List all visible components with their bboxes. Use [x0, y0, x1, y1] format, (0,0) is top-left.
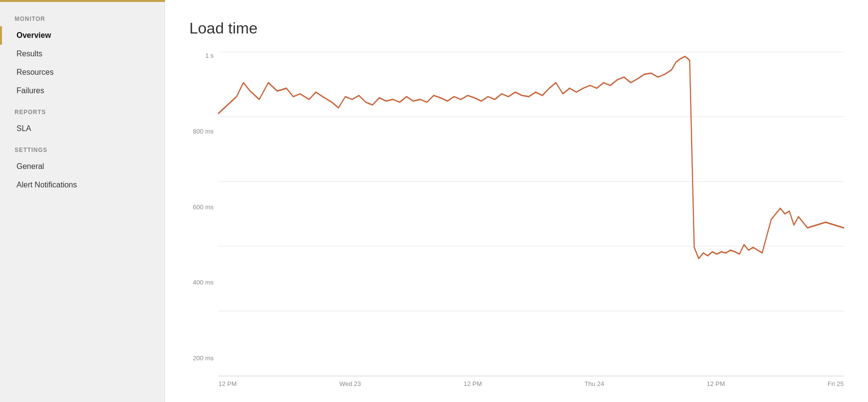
- sidebar-section-reports: REPORTS: [0, 100, 165, 119]
- main-content: Load time 1 s 800 ms 600 ms 400 ms 200 m…: [165, 0, 868, 402]
- y-label-400ms: 400 ms: [193, 279, 214, 286]
- y-axis: 1 s 800 ms 600 ms 400 ms 200 ms: [189, 52, 218, 376]
- line-chart-svg: [218, 52, 844, 376]
- sidebar-item-overview[interactable]: Overview: [0, 26, 165, 45]
- x-label-wed23: Wed 23: [339, 380, 361, 387]
- sidebar-item-alert-notifications[interactable]: Alert Notifications: [0, 176, 165, 194]
- chart-line: [218, 56, 844, 258]
- y-label-200ms: 200 ms: [193, 354, 214, 362]
- y-label-800ms: 800 ms: [193, 128, 214, 135]
- sidebar-item-failures[interactable]: Failures: [0, 82, 165, 100]
- y-label-600ms: 600 ms: [193, 203, 214, 211]
- sidebar-item-sla[interactable]: SLA: [0, 119, 165, 138]
- x-label-12pm-3: 12 PM: [707, 380, 725, 387]
- y-label-1s: 1 s: [205, 52, 214, 59]
- sidebar-section-monitor: MONITOR: [0, 7, 165, 26]
- sidebar-item-results[interactable]: Results: [0, 45, 165, 63]
- chart-area: 1 s 800 ms 600 ms 400 ms 200 ms: [189, 52, 844, 387]
- sidebar-item-general[interactable]: General: [0, 157, 165, 176]
- top-accent-bar: [0, 0, 165, 2]
- chart-plot: [218, 52, 844, 376]
- x-axis: 12 PM Wed 23 12 PM Thu 24 12 PM Fri 25: [189, 376, 844, 387]
- sidebar-item-resources[interactable]: Resources: [0, 63, 165, 82]
- x-label-fri25: Fri 25: [828, 380, 844, 387]
- sidebar: MONITOR Overview Results Resources Failu…: [0, 0, 165, 402]
- x-label-12pm-1: 12 PM: [218, 380, 237, 387]
- chart-title: Load time: [189, 19, 844, 37]
- x-label-12pm-2: 12 PM: [464, 380, 482, 387]
- x-label-thu24: Thu 24: [584, 380, 604, 387]
- sidebar-section-settings: SETTINGS: [0, 138, 165, 157]
